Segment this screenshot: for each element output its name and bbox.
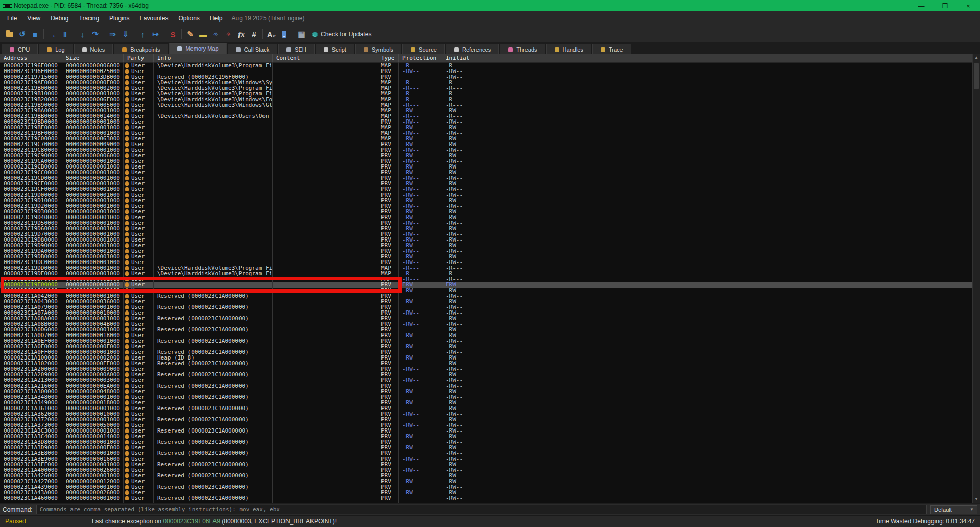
memory-row[interactable]: 0000023C1A4600000000000000001000UserRese… xyxy=(0,495,973,501)
memory-row[interactable]: 0000023C1A08A0000000000000001000UserRese… xyxy=(0,316,973,321)
memory-row[interactable]: 0000023C19D200000000000000001000UserPRV-… xyxy=(0,203,973,209)
vertical-scrollbar[interactable]: ▲ ▼ xyxy=(972,54,980,503)
scroll-up-arrow-icon[interactable]: ▲ xyxy=(973,54,980,61)
memory-row[interactable]: 0000023C1A3000000000000000048000UserPRV-… xyxy=(0,389,973,394)
patch-icon[interactable]: ✎ xyxy=(184,28,197,40)
pause-icon[interactable]: ‖ xyxy=(59,28,71,40)
skip-next-icon[interactable]: S xyxy=(166,28,179,40)
close-button[interactable]: × xyxy=(957,0,980,11)
memory-row[interactable]: 0000023C1A3D9000000000000000F000UserPRV-… xyxy=(0,445,973,450)
memory-row[interactable]: 0000023C19DC00000000000000001000UserPRV-… xyxy=(0,259,973,265)
memory-row[interactable]: 0000023C19B900000000000000005000User\Dev… xyxy=(0,102,973,108)
memory-row[interactable]: 0000023C1A08B000000000000004B000UserPRV-… xyxy=(0,321,973,327)
memory-row[interactable]: 0000023C19D100000000000000001000UserPRV-… xyxy=(0,198,973,203)
memory-row[interactable]: 0000023C1A10200000000000000FE000UserRese… xyxy=(0,361,973,366)
column-header-party[interactable]: Party xyxy=(124,54,154,62)
column-header-content[interactable]: Content xyxy=(273,54,377,62)
memory-row[interactable]: 0000023C19BA00000000000000001000UserMAP-… xyxy=(0,108,973,113)
memory-row[interactable]: 0000023C19BD00000000000000001000UserPRV-… xyxy=(0,119,973,125)
memory-row[interactable]: 0000023C1A1000000000000000002000UserHeap… xyxy=(0,355,973,361)
memory-row[interactable]: 0000023C19DF00000000000000001000UserMAP-… xyxy=(0,276,973,282)
column-header-address[interactable]: Address xyxy=(0,54,62,62)
memory-row[interactable]: 0000023C19D600000000000000001000UserPRV-… xyxy=(0,226,973,231)
memory-row[interactable]: 0000023C19C900000000000000006000UserPRV-… xyxy=(0,153,973,158)
memory-row[interactable]: 0000023C1A4390000000000000001000UserRese… xyxy=(0,484,973,490)
memory-row[interactable]: 0000023C1A3C30000000000000001000UserRese… xyxy=(0,428,973,434)
menu-view[interactable]: View xyxy=(22,12,45,25)
memory-row[interactable]: 0000023C1A0000000000000000042000UserPRV-… xyxy=(0,288,973,293)
calculator-icon[interactable]: ▦ xyxy=(295,28,308,40)
memory-row[interactable]: 0000023C1A209000000000000000A000UserRese… xyxy=(0,372,973,377)
memory-row[interactable]: 0000023C19CD00000000000000001000UserPRV-… xyxy=(0,175,973,181)
column-header-protection[interactable]: Protection xyxy=(399,54,442,62)
memory-row[interactable]: 0000023C1A3730000000000000050000UserPRV-… xyxy=(0,422,973,428)
scrollbar-thumb[interactable] xyxy=(974,63,979,89)
memory-row[interactable]: 0000023C19C800000000000000001000UserPRV-… xyxy=(0,147,973,153)
memory-row[interactable]: 0000023C1A0790000000000000001000UserRese… xyxy=(0,304,973,310)
memory-row[interactable]: 0000023C19D300000000000000001000UserPRV-… xyxy=(0,209,973,214)
memory-row[interactable]: 0000023C1A3610000000000000001000UserRese… xyxy=(0,405,973,411)
check-for-updates-button[interactable]: Check for Updates xyxy=(312,31,371,38)
memory-row[interactable]: 0000023C1A3490000000000000018000UserPRV-… xyxy=(0,400,973,405)
menu-tracing[interactable]: Tracing xyxy=(74,12,105,25)
memory-row[interactable]: 0000023C1A0430000000000000036000UserPRV-… xyxy=(0,299,973,304)
function-icon[interactable]: fx xyxy=(235,28,248,40)
column-header-info[interactable]: Info xyxy=(154,54,273,62)
tab-breakpoints[interactable]: Breakpoints xyxy=(114,44,168,55)
memory-row[interactable]: 0000023C19DD00000000000000001000User\Dev… xyxy=(0,265,973,271)
step-out-icon[interactable]: ↑ xyxy=(136,28,149,40)
memory-row[interactable]: 0000023C19D700000000000000001000UserPRV-… xyxy=(0,231,973,237)
command-input[interactable] xyxy=(36,505,927,514)
memory-row[interactable]: 0000023C19BE00000000000000001000UserMAP-… xyxy=(0,125,973,130)
animate-into-icon[interactable]: ⇒ xyxy=(106,28,119,40)
memory-row[interactable]: 0000023C1A0EF0000000000000001000UserRese… xyxy=(0,338,973,344)
column-header-size[interactable]: Size xyxy=(62,54,124,62)
memory-row[interactable]: 0000023C19CE00000000000000001000UserPRV-… xyxy=(0,181,973,186)
menu-favourites[interactable]: Favourites xyxy=(134,12,173,25)
memory-row[interactable]: 0000023C19BF00000000000000001000UserMAP-… xyxy=(0,130,973,136)
memory-row[interactable]: 0000023C1A2000000000000000009000UserPRV-… xyxy=(0,366,973,372)
memory-row[interactable]: 0000023C1A3FF0000000000000001000UserRese… xyxy=(0,462,973,467)
memory-row[interactable]: 0000023C19AF0000000000000000E000User\Dev… xyxy=(0,80,973,85)
memory-row[interactable]: 0000023C19D900000000000000001000UserPRV-… xyxy=(0,243,973,248)
column-header-initial[interactable]: Initial xyxy=(442,54,493,62)
memory-row[interactable]: 0000023C19CF00000000000000001000UserPRV-… xyxy=(0,186,973,192)
comment-icon[interactable]: ▬ xyxy=(197,28,209,40)
column-header-type[interactable]: Type xyxy=(377,54,399,62)
memory-row-highlighted[interactable]: 0000023C19E000000000000000008000UserPRVE… xyxy=(0,282,973,288)
memory-row[interactable]: 0000023C19C700000000000000009000UserPRV-… xyxy=(0,141,973,147)
memory-row[interactable]: 0000023C1A0D60000000000000001000UserRese… xyxy=(0,327,973,332)
tab-notes[interactable]: Notes xyxy=(74,44,113,55)
memory-row[interactable]: 0000023C19B100000000000000001000User\Dev… xyxy=(0,91,973,97)
step-over-icon[interactable]: ↷ xyxy=(89,28,102,40)
memory-row[interactable]: 0000023C1A3C40000000000000014000UserPRV-… xyxy=(0,434,973,439)
memory-row[interactable]: 0000023C19CA00000000000000001000UserPRV-… xyxy=(0,158,973,164)
tab-handles[interactable]: Handles xyxy=(546,44,591,55)
open-file-icon[interactable] xyxy=(3,28,16,40)
tab-seh[interactable]: SEH xyxy=(278,44,315,55)
memory-row[interactable]: 0000023C1A0420000000000000001000UserRese… xyxy=(0,293,973,299)
memory-row[interactable]: 0000023C19DA00000000000000001000UserPRV-… xyxy=(0,248,973,254)
memory-row[interactable]: 0000023C19CB00000000000000001000UserPRV-… xyxy=(0,164,973,170)
memory-row[interactable]: 0000023C1A4000000000000000026000UserPRV-… xyxy=(0,467,973,473)
memory-row[interactable]: 0000023C19D400000000000000001000UserPRV-… xyxy=(0,214,973,220)
tab-symbols[interactable]: Symbols xyxy=(355,44,401,55)
menu-file[interactable]: File xyxy=(2,12,22,25)
memory-row[interactable]: 0000023C1A43A0000000000000026000UserPRV-… xyxy=(0,490,973,495)
maximize-button[interactable]: ❐ xyxy=(933,0,957,11)
tab-trace[interactable]: Trace xyxy=(592,44,631,55)
memory-row[interactable]: 0000023C196F00000000000000025000UserPRV-… xyxy=(0,68,973,74)
memory-row[interactable]: 0000023C1A3E90000000000000016000UserPRV-… xyxy=(0,456,973,462)
run-icon[interactable]: → xyxy=(46,28,59,40)
minimize-button[interactable]: — xyxy=(910,0,933,11)
label-red-icon[interactable]: ≡ xyxy=(222,28,235,40)
label-blue-icon[interactable]: ≡ xyxy=(209,28,222,40)
menu-plugins[interactable]: Plugins xyxy=(104,12,134,25)
memory-row[interactable]: 0000023C1A3620000000000000010000UserPRV-… xyxy=(0,411,973,417)
execute-till-return-icon[interactable]: ⇓ xyxy=(119,28,132,40)
memory-row[interactable]: 0000023C1A0FF0000000000000001000UserRese… xyxy=(0,349,973,355)
menu-help[interactable]: Help xyxy=(205,12,228,25)
memory-row[interactable]: 0000023C19B20000000000000006F000User\Dev… xyxy=(0,97,973,102)
memory-row[interactable]: 0000023C19D000000000000000001000UserPRV-… xyxy=(0,192,973,198)
tab-cpu[interactable]: CPU xyxy=(2,44,38,55)
